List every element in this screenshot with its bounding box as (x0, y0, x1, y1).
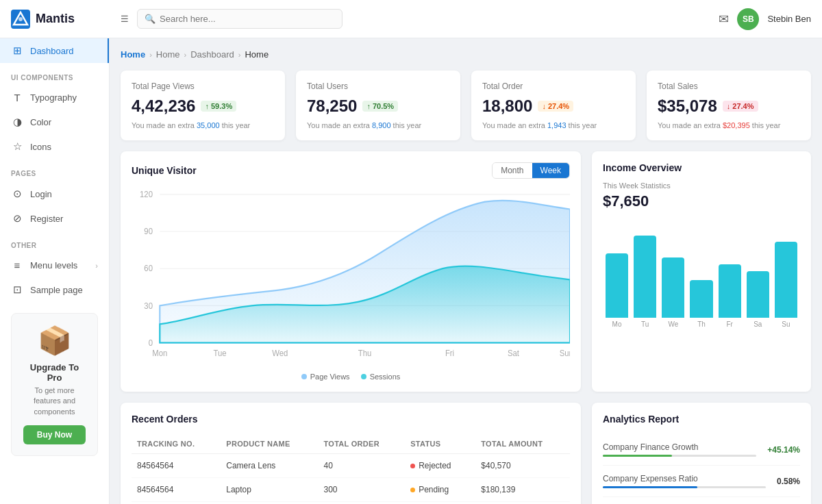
sidebar-item-register-label: Register (30, 214, 63, 224)
stat-value-3: $35,078 ↓ 27.4% (658, 97, 800, 116)
legend-dot-page-views (301, 374, 307, 379)
breadcrumb-dashboard[interactable]: Dashboard (190, 49, 234, 60)
orders-table: TRACKING NO. PRODUCT NAME TOTAL ORDER ST… (132, 434, 570, 504)
bar-day-label: Tu (641, 320, 649, 328)
breadcrumb: Home › Home › Dashboard › Home (121, 49, 811, 60)
section-label-ui: UI Components (0, 63, 109, 86)
bar-col: Su (775, 242, 797, 328)
svg-text:120: 120 (140, 190, 153, 199)
status-dot (410, 464, 415, 468)
typography-icon: T (11, 92, 23, 103)
cell-tracking: 84564564 (132, 478, 221, 502)
search-input[interactable] (160, 14, 335, 24)
sidebar-item-typography[interactable]: T Typography (0, 86, 109, 110)
bar-col: We (662, 257, 684, 328)
income-amount: $7,650 (603, 192, 800, 210)
stat-sub-2: You made an extra 1,943 this year (482, 121, 625, 129)
progress-bar (603, 486, 766, 488)
svg-text:Thu: Thu (358, 349, 372, 357)
main-layout: ⊞ Dashboard UI Components T Typography ◑… (0, 38, 822, 504)
stat-value-2: 18,800 ↓ 27.4% (482, 97, 625, 116)
bar (606, 253, 628, 318)
stats-grid: Total Page Views 4,42,236 ↑ 59.3% You ma… (121, 71, 811, 140)
sidebar-item-icons[interactable]: ☆ Icons (0, 134, 109, 159)
bar (747, 271, 769, 318)
stat-badge-2: ↓ 27.4% (538, 101, 573, 112)
income-title: Income Overview (603, 162, 800, 173)
sidebar-item-color[interactable]: ◑ Color (0, 110, 109, 134)
search-box[interactable]: 🔍 (137, 9, 342, 29)
cell-tracking: 84564564 (132, 502, 221, 505)
user-name: Stebin Ben (767, 14, 811, 24)
legend-dot-sessions (361, 374, 366, 379)
sidebar: ⊞ Dashboard UI Components T Typography ◑… (0, 38, 110, 504)
upgrade-title: Upgrade To Pro (23, 362, 86, 383)
bottom-row: Recent Orders TRACKING NO. PRODUCT NAME … (121, 403, 811, 504)
orders-header-row: TRACKING NO. PRODUCT NAME TOTAL ORDER ST… (132, 434, 570, 454)
breadcrumb-home[interactable]: Home (121, 49, 145, 60)
col-status: STATUS (405, 434, 475, 454)
bar-col: Tu (634, 236, 656, 328)
upgrade-button[interactable]: Buy Now (23, 425, 86, 444)
btn-week[interactable]: Week (532, 163, 569, 178)
hamburger-icon[interactable]: ☰ (121, 14, 129, 24)
stat-label-3: Total Sales (658, 81, 800, 91)
svg-text:Fri: Fri (445, 349, 454, 357)
orders-thead: TRACKING NO. PRODUCT NAME TOTAL ORDER ST… (132, 434, 570, 454)
menu-levels-icon: ≡ (11, 260, 23, 271)
cell-status: Approved (405, 502, 475, 505)
stat-card-total-order: Total Order 18,800 ↓ 27.4% You made an e… (471, 71, 636, 140)
svg-text:30: 30 (144, 301, 153, 310)
sidebar-item-dashboard[interactable]: ⊞ Dashboard (0, 38, 109, 63)
cell-total-order: 300 (318, 478, 405, 502)
legend-label-page-views: Page Views (310, 373, 350, 381)
analytics-card: Analytics Report Company Finance Growth … (592, 403, 811, 504)
sidebar-item-sample-page-label: Sample page (30, 285, 83, 295)
chevron-right-icon: › (95, 262, 98, 270)
table-row: 84564564 Laptop 300 Pending $180,139 (132, 478, 570, 502)
bar-day-label: Mo (612, 320, 622, 328)
bar (719, 264, 741, 318)
analytics-value: +45.14% (767, 445, 800, 455)
orders-tbody: 84564564 Camera Lens 40 Rejected $40,570… (132, 454, 570, 505)
progress-bar (603, 455, 756, 457)
svg-text:Sat: Sat (508, 349, 520, 357)
bar (662, 257, 684, 318)
sidebar-item-icons-label: Icons (30, 142, 51, 152)
bar-day-label: We (668, 320, 678, 328)
stat-card-total-users: Total Users 78,250 ↑ 70.5% You made an e… (296, 71, 460, 140)
stat-label-1: Total Users (307, 81, 449, 91)
breadcrumb-sep-2: › (184, 51, 186, 59)
sidebar-item-menu-levels[interactable]: ≡ Menu levels › (0, 253, 109, 277)
income-bar-chart: MoTuWeThFrSaSu (603, 218, 800, 328)
stat-badge-3: ↓ 27.4% (723, 101, 758, 112)
sidebar-item-register[interactable]: ⊘ Register (0, 206, 109, 231)
analytics-value: 0.58% (777, 477, 800, 486)
btn-month[interactable]: Month (493, 163, 532, 178)
header: Mantis ☰ 🔍 ✉ SB Stebin Ben (0, 0, 822, 38)
mail-icon[interactable]: ✉ (719, 12, 729, 27)
breadcrumb-sep-3: › (238, 51, 241, 59)
logo-area: Mantis (11, 10, 121, 29)
stat-value-0: 4,42,236 ↑ 59.3% (132, 97, 274, 116)
breadcrumb-home2[interactable]: Home (156, 49, 180, 60)
sidebar-item-login[interactable]: ⊙ Login (0, 181, 109, 206)
table-row: 84564564 Mobile 355 Approved $180,139 (132, 502, 570, 505)
svg-text:Wed: Wed (272, 349, 288, 357)
cell-total-order: 40 (318, 454, 405, 478)
svg-text:0: 0 (149, 338, 153, 347)
color-icon: ◑ (11, 116, 23, 128)
breadcrumb-sep-1: › (149, 51, 152, 59)
legend-page-views: Page Views (301, 373, 350, 381)
bar (690, 280, 712, 318)
recent-orders-card: Recent Orders TRACKING NO. PRODUCT NAME … (121, 403, 581, 504)
sidebar-item-sample-page[interactable]: ⊡ Sample page (0, 277, 109, 302)
stat-badge-0: ↑ 59.3% (201, 101, 236, 112)
search-icon: 🔍 (145, 14, 155, 24)
income-stats-label: This Week Statistics (603, 181, 800, 190)
cell-total-order: 355 (318, 502, 405, 505)
mantis-logo-icon (11, 10, 30, 29)
income-card: Income Overview This Week Statistics $7,… (592, 151, 811, 392)
legend-label-sessions: Sessions (370, 373, 401, 381)
header-right: ✉ SB Stebin Ben (719, 8, 811, 30)
